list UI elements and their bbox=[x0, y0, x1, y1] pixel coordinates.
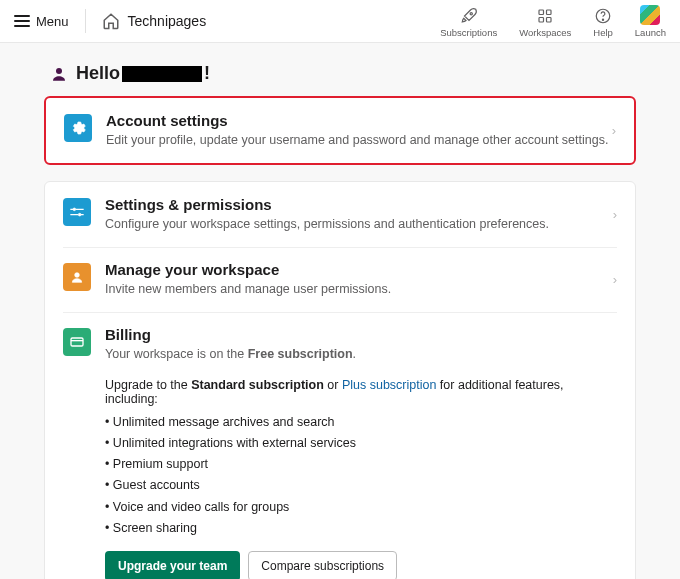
svg-rect-3 bbox=[539, 17, 544, 22]
card-icon bbox=[63, 328, 91, 356]
nav-launch[interactable]: Launch bbox=[635, 5, 666, 38]
svg-rect-11 bbox=[71, 338, 83, 346]
svg-rect-4 bbox=[547, 17, 552, 22]
greeting: Hello ! bbox=[50, 63, 636, 84]
row-desc: Invite new members and manage user permi… bbox=[105, 280, 613, 298]
chevron-right-icon: › bbox=[613, 207, 617, 222]
svg-point-6 bbox=[602, 19, 603, 20]
chevron-right-icon: › bbox=[612, 123, 616, 138]
nav-subscriptions[interactable]: Subscriptions bbox=[440, 7, 497, 38]
svg-point-7 bbox=[56, 68, 62, 74]
billing-features: Unlimited message archives and search Un… bbox=[105, 412, 617, 540]
billing-row: Billing Your workspace is on the Free su… bbox=[45, 312, 635, 377]
page: Hello ! Account settings Edit your profi… bbox=[44, 43, 636, 579]
billing-subscription-desc: Your workspace is on the Free subscripti… bbox=[105, 345, 617, 363]
svg-point-10 bbox=[75, 273, 80, 278]
nav-label: Launch bbox=[635, 27, 666, 38]
plus-subscription-link[interactable]: Plus subscription bbox=[342, 378, 437, 392]
billing-extra: Upgrade to the Standard subscription or … bbox=[45, 378, 635, 580]
account-settings-row[interactable]: Account settings Edit your profile, upda… bbox=[46, 98, 634, 163]
redacted-name bbox=[122, 66, 202, 82]
row-desc: Edit your profile, update your username … bbox=[106, 131, 612, 149]
svg-rect-1 bbox=[539, 10, 544, 15]
row-body: Settings & permissions Configure your wo… bbox=[105, 196, 613, 233]
upgrade-team-button[interactable]: Upgrade your team bbox=[105, 551, 240, 579]
slack-icon bbox=[640, 5, 660, 25]
home-icon bbox=[102, 12, 120, 30]
settings-permissions-row[interactable]: Settings & permissions Configure your wo… bbox=[45, 182, 635, 247]
nav-label: Subscriptions bbox=[440, 27, 497, 38]
list-item: Unlimited message archives and search bbox=[105, 412, 617, 433]
list-item: Guest accounts bbox=[105, 475, 617, 496]
svg-point-0 bbox=[470, 12, 472, 14]
svg-rect-2 bbox=[547, 10, 552, 15]
greeting-punct: ! bbox=[204, 63, 210, 84]
list-item: Unlimited integrations with external ser… bbox=[105, 433, 617, 454]
row-title: Settings & permissions bbox=[105, 196, 613, 213]
svg-point-9 bbox=[78, 213, 81, 216]
row-body: Account settings Edit your profile, upda… bbox=[106, 112, 612, 149]
rocket-icon bbox=[460, 7, 478, 25]
billing-upgrade-line: Upgrade to the Standard subscription or … bbox=[105, 378, 617, 406]
person-icon bbox=[63, 263, 91, 291]
main-card: Settings & permissions Configure your wo… bbox=[44, 181, 636, 579]
nav-label: Workspaces bbox=[519, 27, 571, 38]
sliders-icon bbox=[63, 198, 91, 226]
billing-buttons: Upgrade your team Compare subscriptions bbox=[105, 551, 617, 579]
grid-icon bbox=[536, 7, 554, 25]
gear-icon bbox=[64, 114, 92, 142]
row-body: Billing Your workspace is on the Free su… bbox=[105, 326, 617, 363]
nav-workspaces[interactable]: Workspaces bbox=[519, 7, 571, 38]
workspace-home[interactable]: Technipages bbox=[102, 12, 207, 30]
manage-workspace-row[interactable]: Manage your workspace Invite new members… bbox=[45, 247, 635, 312]
list-item: Voice and video calls for groups bbox=[105, 497, 617, 518]
workspace-name: Technipages bbox=[128, 13, 207, 29]
row-desc: Configure your workspace settings, permi… bbox=[105, 215, 613, 233]
list-item: Premium support bbox=[105, 454, 617, 475]
row-title: Account settings bbox=[106, 112, 612, 129]
topbar-left: Menu Technipages bbox=[14, 9, 206, 33]
divider bbox=[85, 9, 86, 33]
compare-subscriptions-button[interactable]: Compare subscriptions bbox=[248, 551, 397, 579]
hello-label: Hello bbox=[76, 63, 120, 84]
menu-button[interactable]: Menu bbox=[14, 14, 69, 29]
greeting-text: Hello ! bbox=[76, 63, 210, 84]
help-icon bbox=[594, 7, 612, 25]
hamburger-icon bbox=[14, 15, 30, 27]
nav-label: Help bbox=[593, 27, 613, 38]
account-card: Account settings Edit your profile, upda… bbox=[44, 96, 636, 165]
row-body: Manage your workspace Invite new members… bbox=[105, 261, 613, 298]
list-item: Screen sharing bbox=[105, 518, 617, 539]
row-title: Billing bbox=[105, 326, 617, 343]
svg-point-8 bbox=[73, 208, 76, 211]
topbar-right: Subscriptions Workspaces Help Launch bbox=[440, 5, 666, 38]
chevron-right-icon: › bbox=[613, 272, 617, 287]
nav-help[interactable]: Help bbox=[593, 7, 613, 38]
menu-label: Menu bbox=[36, 14, 69, 29]
topbar: Menu Technipages Subscriptions Workspace… bbox=[0, 0, 680, 43]
person-icon bbox=[50, 65, 68, 83]
row-title: Manage your workspace bbox=[105, 261, 613, 278]
